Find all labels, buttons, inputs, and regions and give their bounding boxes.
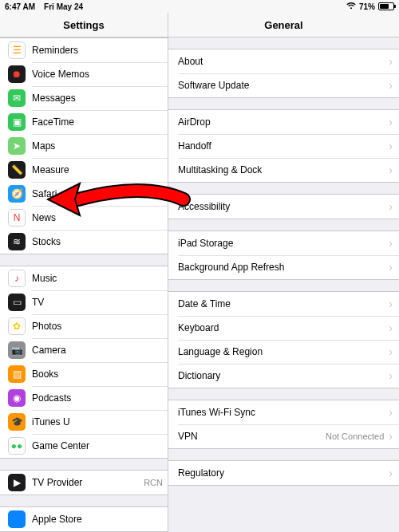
nav-bars: Settings General bbox=[0, 13, 399, 37]
sidebar-item-voice-memos[interactable]: ⏺Voice Memos bbox=[0, 62, 168, 86]
detail-item-label: Accessibility bbox=[178, 201, 389, 212]
sidebar-item-news[interactable]: NNews bbox=[0, 206, 168, 230]
sidebar-item-value: RCN bbox=[144, 478, 163, 487]
sidebar-item-label: Reminders bbox=[32, 45, 168, 56]
sidebar-item-label: TV bbox=[32, 297, 168, 308]
sidebar-item-label: News bbox=[32, 212, 168, 223]
chevron-right-icon: › bbox=[389, 80, 393, 91]
detail-item-label: Regulatory bbox=[178, 467, 389, 479]
sidebar-item-stocks[interactable]: ≋Stocks bbox=[0, 230, 168, 254]
sidebar-item-label: Books bbox=[32, 368, 168, 380]
chevron-right-icon: › bbox=[389, 407, 393, 418]
chevron-right-icon: › bbox=[389, 322, 393, 333]
sidebar-item-tv[interactable]: ▭TV bbox=[0, 290, 168, 314]
sidebar-item-label: Maps bbox=[32, 140, 168, 152]
detail-item-dictionary[interactable]: Dictionary› bbox=[168, 364, 399, 388]
photos-icon: ✿ bbox=[8, 317, 26, 335]
sidebar-item-reminders[interactable]: ☰Reminders bbox=[0, 38, 168, 62]
detail-item-label: Language & Region bbox=[178, 346, 389, 357]
detail-item-multitasking-dock[interactable]: Multitasking & Dock› bbox=[168, 158, 399, 182]
safari-icon: 🧭 bbox=[8, 185, 26, 203]
detail-item-label: Software Update bbox=[178, 80, 389, 91]
sidebar-item-label: iTunes U bbox=[32, 416, 168, 428]
sidebar-item-photos[interactable]: ✿Photos bbox=[0, 314, 168, 338]
sidebar-item-camera[interactable]: 📷Camera bbox=[0, 338, 168, 362]
detail-item-itunes-wi-fi-sync[interactable]: iTunes Wi-Fi Sync› bbox=[168, 400, 399, 424]
sidebar-item-safari[interactable]: 🧭Safari bbox=[0, 182, 168, 206]
detail-item-label: VPN bbox=[178, 431, 326, 442]
reminders-icon: ☰ bbox=[8, 41, 26, 59]
sidebar-item-label: TV Provider bbox=[32, 477, 144, 488]
detail-item-label: iTunes Wi-Fi Sync bbox=[178, 407, 389, 418]
facetime-icon: ▣ bbox=[8, 113, 26, 131]
books-icon: ▤ bbox=[8, 365, 26, 383]
chevron-right-icon: › bbox=[389, 431, 393, 442]
chevron-right-icon: › bbox=[389, 116, 393, 128]
detail-item-ipad-storage[interactable]: iPad Storage› bbox=[168, 231, 399, 255]
sidebar-item-label: Stocks bbox=[32, 236, 168, 247]
maps-icon: ➤ bbox=[8, 137, 26, 155]
sidebar-item-facetime[interactable]: ▣FaceTime bbox=[0, 110, 168, 134]
tvprovider-icon: ▶ bbox=[8, 474, 26, 491]
sidebar-item-label: Messages bbox=[32, 93, 168, 104]
sidebar-item-apple-store[interactable]: Apple Store bbox=[0, 507, 168, 531]
sidebar-item-label: Voice Memos bbox=[32, 69, 168, 80]
settings-detail[interactable]: About›Software Update›AirDrop›Handoff›Mu… bbox=[168, 37, 399, 532]
battery-percent: 71% bbox=[359, 2, 375, 11]
messages-icon: ✉︎ bbox=[8, 89, 26, 107]
sidebar-item-game-center[interactable]: ●●Game Center bbox=[0, 434, 168, 458]
detail-item-keyboard[interactable]: Keyboard› bbox=[168, 316, 399, 340]
sidebar-title: Settings bbox=[0, 13, 168, 37]
news-icon: N bbox=[8, 209, 26, 227]
sidebar-item-music[interactable]: ♪Music bbox=[0, 266, 168, 290]
detail-item-regulatory[interactable]: Regulatory› bbox=[168, 461, 399, 485]
sidebar-item-label: Measure bbox=[32, 164, 168, 175]
sidebar-item-label: Safari bbox=[32, 188, 168, 199]
sidebar-item-label: Photos bbox=[32, 321, 168, 332]
detail-item-background-app-refresh[interactable]: Background App Refresh› bbox=[168, 255, 399, 279]
detail-item-label: Keyboard bbox=[178, 322, 389, 333]
chevron-right-icon: › bbox=[389, 346, 393, 357]
itunesu-icon: 🎓 bbox=[8, 413, 26, 431]
sidebar-item-tv-provider[interactable]: ▶TV ProviderRCN bbox=[0, 471, 168, 495]
sidebar-item-label: Apple Store bbox=[32, 514, 168, 525]
music-icon: ♪ bbox=[8, 270, 26, 287]
detail-item-language-region[interactable]: Language & Region› bbox=[168, 340, 399, 364]
detail-item-label: AirDrop bbox=[178, 116, 389, 128]
sidebar-item-label: Music bbox=[32, 273, 168, 284]
sidebar-item-maps[interactable]: ➤Maps bbox=[0, 134, 168, 158]
chevron-right-icon: › bbox=[389, 467, 393, 479]
detail-item-label: Dictionary bbox=[178, 370, 389, 381]
detail-item-software-update[interactable]: Software Update› bbox=[168, 73, 399, 97]
detail-item-value: Not Connected bbox=[326, 432, 384, 441]
chevron-right-icon: › bbox=[389, 238, 393, 249]
sidebar-item-podcasts[interactable]: ◉Podcasts bbox=[0, 386, 168, 410]
detail-item-vpn[interactable]: VPNNot Connected› bbox=[168, 424, 399, 448]
detail-item-label: Handoff bbox=[178, 140, 389, 152]
detail-item-label: Date & Time bbox=[178, 298, 389, 309]
wifi-icon bbox=[346, 2, 356, 11]
camera-icon: 📷 bbox=[8, 341, 26, 359]
sidebar-item-books[interactable]: ▤Books bbox=[0, 362, 168, 386]
detail-item-airdrop[interactable]: AirDrop› bbox=[168, 110, 399, 134]
settings-sidebar[interactable]: ☰Reminders⏺Voice Memos✉︎Messages▣FaceTim… bbox=[0, 37, 168, 532]
status-bar: 6:47 AM Fri May 24 71% bbox=[0, 0, 399, 13]
detail-item-handoff[interactable]: Handoff› bbox=[168, 134, 399, 158]
tv-icon: ▭ bbox=[8, 294, 26, 311]
sidebar-item-measure[interactable]: 📏Measure bbox=[0, 158, 168, 182]
detail-item-label: Background App Refresh bbox=[178, 262, 389, 273]
detail-item-label: About bbox=[178, 56, 389, 67]
gamecenter-icon: ●● bbox=[8, 437, 26, 455]
detail-item-date-time[interactable]: Date & Time› bbox=[168, 292, 399, 316]
sidebar-item-messages[interactable]: ✉︎Messages bbox=[0, 86, 168, 110]
chevron-right-icon: › bbox=[389, 140, 393, 152]
chevron-right-icon: › bbox=[389, 56, 393, 67]
stocks-icon: ≋ bbox=[8, 233, 26, 250]
chevron-right-icon: › bbox=[389, 164, 393, 175]
status-time: 6:47 AM bbox=[5, 2, 35, 11]
detail-item-about[interactable]: About› bbox=[168, 49, 399, 73]
sidebar-item-itunes-u[interactable]: 🎓iTunes U bbox=[0, 410, 168, 434]
detail-item-accessibility[interactable]: Accessibility› bbox=[168, 195, 399, 219]
detail-item-label: iPad Storage bbox=[178, 238, 389, 249]
sidebar-item-label: Game Center bbox=[32, 440, 168, 451]
